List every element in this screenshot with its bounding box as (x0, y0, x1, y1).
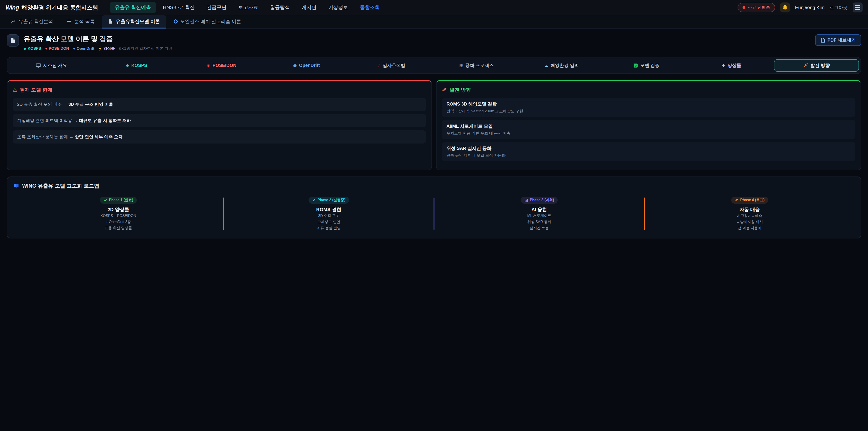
grid-icon: ▦ (459, 63, 463, 68)
hamburger-icon (855, 5, 860, 6)
bar-chart-icon (524, 198, 528, 202)
diamond-icon: ◆ (24, 46, 26, 51)
model-badge-row: ◆KOSPS ●POSEIDON ●OpenDrift 양상률 라그랑지안 입자… (24, 46, 172, 51)
badge-yangsang: 양상률 (98, 46, 115, 51)
tab-oil-fence-algorithm-theory[interactable]: 오일펜스 배치 알고리즘 이론 (167, 16, 248, 29)
secondary-tab-bar: 유출유 확산분석 분석 목록 유출유확산모델 이론 오일펜스 배치 알고리즘 이… (0, 16, 868, 29)
notification-bell-button[interactable] (780, 2, 790, 12)
limitation-item: 2D 표층 확산 모의 위주 → 3D 수직 구조 반영 미흡 (13, 98, 426, 111)
phase-2-badge: Phase 2 (진행중) (309, 196, 349, 204)
red-ring-icon: ◉ (207, 63, 210, 68)
incident-status-badge[interactable]: 사고 진행중 (738, 3, 775, 12)
list-icon (67, 19, 72, 24)
section-tab-kosps[interactable]: ◆ KOSPS (94, 59, 179, 72)
direction-item: 위성 SAR 실시간 동화 관측 유막 데이터 모델 보정 자동화 (442, 142, 855, 161)
user-name: Eunjeong Kim (795, 5, 825, 10)
bell-icon (782, 4, 788, 10)
check-square-icon (633, 63, 638, 68)
page-title-icon-box (7, 34, 19, 47)
logout-button[interactable]: 로그아웃 (830, 4, 848, 11)
info-panels-row: ⚠ 현재 모델 한계 2D 표층 확산 모의 위주 → 3D 수직 구조 반영 … (7, 80, 861, 170)
section-tab-ocean-environment-input[interactable]: ☁ 해양환경 입력 (519, 59, 604, 72)
blue-ring-icon: ◉ (293, 63, 297, 68)
main-navigation: 유출유 확산예측 HNS·대기확산 긴급구난 보고자료 항공탐색 게시판 기상정… (110, 2, 385, 13)
nav-item-board[interactable]: 게시판 (297, 2, 321, 13)
roadmap-phase-1: Phase 1 (완료) 2D 양상률 KOSPS + POSEIDON + O… (13, 196, 223, 231)
app-logo[interactable]: Wing 해양환경 위기대응 통합시스템 (5, 4, 98, 11)
warning-icon: ⚠ (13, 87, 17, 93)
pdf-export-button[interactable]: PDF 내보내기 (815, 34, 861, 46)
development-direction-panel: 발전 방향 ROMS 3D 해양모델 결합 광역→상세역 Nesting 200… (436, 80, 861, 170)
roadmap-phase-3: Phase 3 (계획) AI 융합 ML 서로게이트 위성 SAR 동화 실시… (434, 196, 644, 231)
limitation-item: 기상해양 결합 피드백 미적용 → 대규모 유출 시 정확도 저하 (13, 114, 426, 127)
section-tab-particle-tracking[interactable]: ∴ 입자추적법 (349, 59, 434, 72)
limitations-panel-title: ⚠ 현재 모델 한계 (13, 87, 426, 93)
badge-opendrift: ●OpenDrift (73, 46, 94, 51)
top-navigation-bar: Wing 해양환경 위기대응 통합시스템 유출유 확산예측 HNS·대기확산 긴… (0, 0, 868, 16)
donut-circle-icon (174, 20, 178, 24)
diamond-icon: ◆ (126, 63, 129, 68)
rocket-icon (735, 198, 739, 202)
page-title: 유출유 확산 모델 이론 및 검증 (24, 34, 172, 43)
wing-logo-icon: Wing (5, 4, 19, 11)
roadmap-panel: WING 유출유 모델 고도화 로드맵 Phase 1 (완료) 2D 양상률 … (7, 177, 861, 239)
topnav-right-group: 사고 진행중 Eunjeong Kim 로그아웃 (738, 2, 863, 12)
section-tab-poseidon[interactable]: ◉ POSEIDON (179, 59, 264, 72)
nav-item-aerial-search[interactable]: 항공탐색 (265, 2, 295, 13)
page-content: 유출유 확산 모델 이론 및 검증 ◆KOSPS ●POSEIDON ●Open… (0, 29, 868, 244)
pdf-icon (820, 38, 825, 43)
incident-dot-icon (743, 6, 745, 9)
document-icon (108, 19, 113, 24)
nav-item-emergency-rescue[interactable]: 긴급구난 (202, 2, 231, 13)
wrench-icon (312, 198, 316, 202)
section-tab-yangsang[interactable]: 양상률 (689, 59, 774, 72)
nav-item-weather-info[interactable]: 기상정보 (323, 2, 353, 13)
application-window: Wing 해양환경 위기대응 통합시스템 유출유 확산예측 HNS·대기확산 긴… (0, 0, 868, 431)
nav-item-integrated-search[interactable]: 통합조회 (355, 2, 385, 13)
nav-item-reports[interactable]: 보고자료 (233, 2, 263, 13)
blue-dot-icon: ● (73, 47, 75, 51)
badge-poseidon: ●POSEIDON (45, 46, 69, 51)
phase-3-badge: Phase 3 (계획) (521, 196, 558, 204)
roadmap-phase-2: Phase 2 (진행중) ROMS 결합 3D 수직 구조 고해상도 연안 조… (224, 196, 434, 231)
model-document-icon (10, 37, 16, 43)
phase-3-name: AI 융합 (531, 206, 547, 213)
cloud-icon: ☁ (544, 63, 548, 68)
check-icon (103, 198, 107, 202)
tab-analysis-list[interactable]: 분석 목록 (60, 16, 101, 29)
direction-item: ROMS 3D 해양모델 결합 광역→상세역 Nesting 200m급 고해상… (442, 98, 855, 117)
particles-icon: ∴ (378, 63, 380, 68)
phase-4-name: 자동 대응 (740, 206, 760, 213)
roadmap-phase-4: Phase 4 (목표) 자동 대응 사고감지→예측 →방제자원 배치 전 과정… (645, 196, 855, 231)
current-model-limitations-panel: ⚠ 현재 모델 한계 2D 표층 확산 모의 위주 → 3D 수직 구조 반영 … (7, 80, 432, 170)
page-header: 유출유 확산 모델 이론 및 검증 ◆KOSPS ●POSEIDON ●Open… (7, 34, 861, 51)
incident-badge-label: 사고 진행중 (747, 4, 770, 10)
rocket-icon (442, 88, 447, 92)
rocket-icon (803, 63, 808, 68)
roadmap-phases: Phase 1 (완료) 2D 양상률 KOSPS + POSEIDON + O… (13, 196, 855, 231)
roadmap-title: WING 유출유 모델 고도화 로드맵 (13, 182, 855, 189)
directions-panel-title: 발전 방향 (442, 87, 855, 93)
menu-hamburger-button[interactable] (852, 2, 863, 12)
phase-1-name: 2D 양상률 (107, 206, 129, 213)
nav-item-oil-spill-prediction[interactable]: 유출유 확산예측 (110, 2, 156, 13)
nav-item-hns-air-diffusion[interactable]: HNS·대기확산 (158, 2, 200, 13)
section-tab-system-overview[interactable]: 시스템 개요 (9, 59, 94, 72)
section-tab-weathering-process[interactable]: ▦ 풍화 프로세스 (434, 59, 519, 72)
tab-spill-analysis[interactable]: 유출유 확산분석 (4, 16, 59, 29)
phase-2-name: ROMS 결합 (316, 206, 341, 213)
red-dot-icon: ● (45, 47, 48, 51)
book-icon (13, 183, 19, 189)
section-tab-opendrift[interactable]: ◉ OpenDrift (264, 59, 349, 72)
tab-spill-model-theory[interactable]: 유출유확산모델 이론 (102, 16, 166, 29)
section-tab-model-validation[interactable]: 모델 검증 (604, 59, 689, 72)
phase-1-badge: Phase 1 (완료) (100, 196, 137, 204)
badge-kosps: ◆KOSPS (24, 46, 41, 51)
bolt-icon (98, 47, 102, 51)
phase-4-badge: Phase 4 (목표) (731, 196, 768, 204)
section-tab-strip: 시스템 개요 ◆ KOSPS ◉ POSEIDON ◉ OpenDrift ∴ … (7, 57, 861, 74)
page-title-block: 유출유 확산 모델 이론 및 검증 ◆KOSPS ●POSEIDON ●Open… (24, 34, 172, 51)
chart-icon (11, 19, 16, 24)
page-subtitle: 라그랑지안 입자추적 이론 기반 (119, 46, 172, 51)
section-tab-development-direction[interactable]: 발전 방향 (774, 59, 859, 72)
